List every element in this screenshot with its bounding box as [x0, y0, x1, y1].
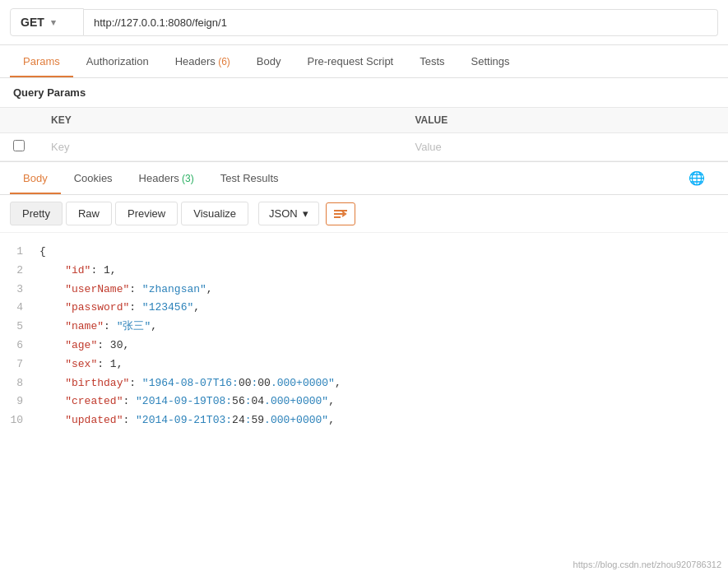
tab-test-results[interactable]: Test Results	[207, 162, 292, 194]
tab-body[interactable]: Body	[243, 45, 294, 77]
tab-pre-request-script[interactable]: Pre-request Script	[294, 45, 406, 77]
json-format-chevron: ▾	[303, 207, 308, 220]
response-headers-badge: (3)	[179, 173, 194, 184]
code-line: 10 "updated": "2014-09-21T03:24:59.000+0…	[0, 411, 728, 430]
line-number: 4	[0, 300, 36, 317]
method-select[interactable]: GET ▾	[10, 8, 84, 36]
line-content: "created": "2014-09-19T08:56:04.000+0000…	[36, 393, 728, 411]
method-label: GET	[21, 16, 44, 29]
line-number: 7	[0, 356, 36, 374]
request-tab-bar: Params Authorization Headers (6) Body Pr…	[0, 45, 728, 78]
tab-cookies[interactable]: Cookies	[61, 162, 126, 194]
line-number: 1	[0, 244, 36, 261]
row-checkbox-cell	[0, 133, 38, 161]
row-checkbox[interactable]	[13, 140, 25, 151]
code-line: 6 "age": 30,	[0, 337, 728, 355]
col-key-header: KEY	[38, 108, 402, 133]
tab-authorization[interactable]: Authorization	[73, 45, 162, 77]
line-number: 10	[0, 412, 36, 430]
line-content: "name": "张三",	[36, 318, 728, 336]
wrap-button[interactable]	[326, 202, 355, 225]
code-line: 8 "birthday": "1964-08-07T16:00:00.000+0…	[0, 374, 728, 393]
format-preview-btn[interactable]: Preview	[115, 202, 178, 225]
line-content: {	[36, 244, 728, 261]
globe-icon[interactable]: 🌐	[682, 162, 712, 194]
line-content: "sex": 1,	[36, 356, 728, 374]
tab-settings[interactable]: Settings	[458, 45, 523, 77]
line-content: "updated": "2014-09-21T03:24:59.000+0000…	[36, 412, 728, 430]
line-content: "birthday": "1964-08-07T16:00:00.000+000…	[36, 375, 728, 393]
col-checkbox	[0, 108, 38, 133]
code-line: 5 "name": "张三",	[0, 318, 728, 337]
value-input-cell: Value	[402, 133, 729, 161]
line-number: 2	[0, 262, 36, 280]
line-content: "userName": "zhangsan",	[36, 281, 728, 299]
tab-tests[interactable]: Tests	[406, 45, 457, 77]
query-params-header: Query Params	[0, 78, 728, 107]
code-line: 9 "created": "2014-09-19T08:56:04.000+00…	[0, 393, 728, 411]
params-table: KEY VALUE Key Value	[0, 107, 728, 161]
col-value-header: VALUE	[402, 108, 729, 133]
method-chevron: ▾	[51, 17, 56, 28]
format-bar: Pretty Raw Preview Visualize JSON ▾	[0, 195, 728, 233]
tab-response-headers[interactable]: Headers (3)	[126, 162, 207, 194]
code-line: 4 "password": "123456",	[0, 299, 728, 318]
line-content: "age": 30,	[36, 337, 728, 355]
key-input-cell: Key	[38, 133, 402, 161]
tab-response-body[interactable]: Body	[10, 162, 61, 194]
line-number: 3	[0, 281, 36, 299]
key-placeholder: Key	[51, 141, 69, 153]
url-bar: GET ▾	[0, 0, 728, 45]
params-empty-row: Key Value	[0, 133, 728, 161]
code-line: 1{	[0, 243, 728, 262]
json-format-select[interactable]: JSON ▾	[258, 202, 319, 225]
line-number: 9	[0, 393, 36, 411]
tab-params[interactable]: Params	[10, 45, 73, 77]
wrap-icon	[333, 208, 348, 220]
code-line: 3 "userName": "zhangsan",	[0, 281, 728, 300]
line-number: 5	[0, 318, 36, 336]
line-number: 6	[0, 337, 36, 355]
tab-headers[interactable]: Headers (6)	[162, 45, 243, 77]
response-tab-bar: Body Cookies Headers (3) Test Results 🌐	[0, 162, 728, 195]
line-content: "password": "123456",	[36, 300, 728, 317]
json-format-label: JSON	[269, 207, 298, 220]
code-line: 7 "sex": 1,	[0, 355, 728, 374]
url-input[interactable]	[84, 9, 718, 36]
value-placeholder: Value	[415, 141, 442, 153]
line-number: 8	[0, 375, 36, 393]
format-visualize-btn[interactable]: Visualize	[181, 202, 248, 225]
code-line: 2 "id": 1,	[0, 262, 728, 281]
headers-badge: (6)	[216, 56, 230, 67]
line-content: "id": 1,	[36, 262, 728, 280]
code-viewer: 1{2 "id": 1,3 "userName": "zhangsan",4 "…	[0, 233, 728, 440]
format-raw-btn[interactable]: Raw	[66, 202, 112, 225]
format-pretty-btn[interactable]: Pretty	[10, 202, 63, 225]
